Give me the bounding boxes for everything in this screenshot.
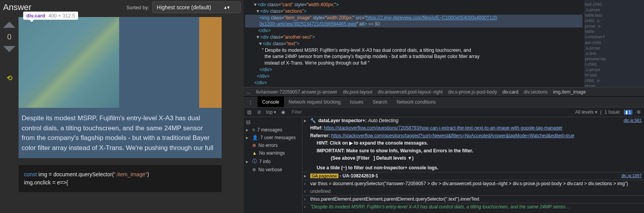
dom-line[interactable]: ▼<div class="another-seci"> [245,34,583,41]
dom-line-selected[interactable]: <img class="item_image" style="width:200… [245,15,583,21]
tooltip-dimensions: 400 × 312.5 [48,13,75,19]
console-log: IMPORTANT: Make sure to show Info, Warni… [302,147,644,155]
code-line-2: img.onclick = e=>{ [24,179,216,187]
code-block[interactable]: const img = document.querySelector(".ite… [19,165,222,192]
item-image[interactable] [19,17,119,108]
close-sidebar-icon[interactable]: ⊟ [246,119,302,125]
breadcrumb-item[interactable]: div.answercell.post-layout--right [378,89,443,95]
console-result: ‹"Despite its modest MSRP, Fujifilm's en… [302,203,644,211]
vote-column: 0 ⟲ [0,15,19,210]
code-line-1: const img = document.querySelector(".ite… [24,170,216,179]
sidebar-verbose[interactable]: ⊕No verbose [244,166,302,174]
answer-body: 0 ⟲ Despite its modest MSRP, Fujifilm's … [0,15,244,213]
context-selector[interactable]: top ▾ [266,109,276,115]
settings-icon[interactable]: ⚙ [635,109,642,115]
console-log: HRef: https://stackoverflow.com/question… [302,124,644,132]
devtools-pane: ▼<div class="card" style="width:400px;">… [244,0,644,213]
breadcrumb-item[interactable]: div.card [502,89,518,95]
styles-minimap[interactable]: last-child, .s-prose table:last- child, … [584,0,644,87]
console-area: ⊟ ▸≡7 messages ▸👤7 user messages ⊗No err… [244,117,644,213]
sidebar-info[interactable]: ▸ⓘ7 info [244,157,302,166]
dom-text[interactable]: the same 24MP sensor from the company's … [245,53,583,60]
tab-network-request-blocking[interactable]: Network request blocking [284,97,345,107]
log-levels-dropdown[interactable]: All levels ▾ [575,109,597,115]
dom-line[interactable]: ▼<div class="sections"> [245,8,583,15]
breadcrumb-item[interactable]: div.s-prose.js-post-body [448,89,497,95]
dom-line-selected[interactable]: 0x1200~articles/3925134721/0266594465.jp… [245,21,583,27]
issues-badge[interactable]: ▮ 1 [624,110,632,115]
inspector-tooltip: div.card 400 × 312.5 [23,12,78,20]
source-link[interactable]: dlc.js:581 [624,118,642,124]
console-input[interactable]: ›var thiss = document.querySelector("#an… [302,180,644,187]
console-log: Use a tilde (~) to filter out non-Inspec… [302,164,644,172]
console-log: (See above [Filter ] Default levels ▼) [302,155,644,162]
dom-line[interactable]: </div> [245,80,583,86]
href-link[interactable]: https://stackoverflow.com/questions/7205… [324,125,562,131]
tab-search[interactable]: Search [368,97,392,107]
breadcrumb-item[interactable]: liv#answer-72059057.answer.js-answer [256,89,337,95]
elements-panel[interactable]: ▼<div class="card" style="width:400px;">… [244,0,584,87]
vote-score: 0 [7,32,11,41]
devtools-top: ▼<div class="card" style="width:400px;">… [244,0,644,87]
dom-text[interactable]: instead of X-Trans. We're pushing throug… [245,60,583,66]
card-text: Despite its modest MSRP, Fujifilm's entr… [19,108,222,158]
console-filter-input[interactable] [290,109,571,116]
sidebar-warnings[interactable]: ▲No warnings [244,149,302,157]
referrer-link[interactable]: https://stackoverflow.com/questions/tagg… [331,133,574,138]
console-toolbar: ▤ ⊘ top ▾ ◉ All levels ▾ | 1 Issue: ▮ 1 … [244,107,644,117]
dom-line[interactable]: </div> [245,27,583,34]
downvote-button[interactable] [3,46,15,52]
sidebar-toggle-icon[interactable]: ▤ [246,109,252,115]
breadcrumb-item-selected[interactable]: img.item_image [553,89,586,95]
console-output[interactable]: ▸🔧 dataLayer Inspector+: Auto Detecting … [302,117,644,213]
sort-dropdown-value: Highest score (default) [157,4,211,10]
breadcrumb-item[interactable]: div.post-layout [343,89,372,95]
gear-icon: 🔧 [310,118,316,124]
breadcrumb-bar[interactable]: … liv#answer-72059057.answer.js-answer d… [244,87,644,96]
issues-label: 1 Issue: [605,109,621,115]
card[interactable]: Despite its modest MSRP, Fujifilm's entr… [19,17,222,158]
dom-text[interactable]: " Despite its modest MSRP, Fujifilm's en… [245,47,583,54]
sidebar-errors[interactable]: ⊗No errors [244,141,302,149]
breadcrumb-item[interactable]: … [246,89,251,95]
breadcrumb-item[interactable]: div.sections [524,89,548,95]
source-link[interactable]: dlc.js:1897 [621,173,642,179]
console-log: HINT: Click on ▶ to expand the console m… [302,140,644,147]
drawer-tabs: ⋮ Console Network request blocking Issue… [244,96,644,107]
tab-network-conditions[interactable]: Network conditions [392,97,440,107]
answer-heading: Answer [3,2,126,12]
console-result: ‹undefined [302,188,644,196]
live-expression-icon[interactable]: ◉ [280,109,286,115]
sort-dropdown[interactable]: Highest score (default) ▲▼ [152,2,241,13]
console-log[interactable]: ▸🔧 dataLayer Inspector+: Auto Detecting … [302,117,644,124]
tooltip-selector: div.card [26,13,45,19]
sidebar-user-messages[interactable]: ▸👤7 user messages [244,134,302,141]
dom-line[interactable]: ▼<div class="text"> [245,41,583,47]
highlight-strip [199,17,222,108]
console-sidebar[interactable]: ⊟ ▸≡7 messages ▸👤7 user messages ⊗No err… [244,117,302,213]
console-toolbar-right: All levels ▾ | 1 Issue: ▮ 1 ⚙ [575,109,642,115]
history-icon[interactable]: ⟲ [7,74,12,82]
console-log: Referrer: https://stackoverflow.com/ques… [302,132,644,140]
clear-console-icon[interactable]: ⊘ [256,109,262,115]
answer-content: Despite its modest MSRP, Fujifilm's entr… [19,15,241,210]
dom-line[interactable]: </div> [245,66,583,73]
tab-issues[interactable]: Issues [345,97,368,107]
console-log[interactable]: ▸GA pageview - UA-108242619-1dlc.js:1897 [302,172,644,180]
console-input[interactable]: ›thiss.parentElement.parentElement.paren… [302,196,644,203]
drawer-toggle[interactable]: ⋮ [244,97,258,107]
sidebar-messages[interactable]: ▸≡7 messages [244,126,302,134]
sorted-by-label: Sorted by: [126,5,149,10]
dom-line[interactable]: </div> [245,73,583,80]
dom-line[interactable]: ▼<div class="card" style="width:400px;"> [245,2,583,8]
ga-badge: GA pageview [310,174,338,178]
upvote-button[interactable] [3,22,15,28]
webpage-pane: Answer Sorted by: Highest score (default… [0,0,244,213]
chevron-updown-icon: ▲▼ [223,5,229,10]
tab-console[interactable]: Console [258,97,284,107]
